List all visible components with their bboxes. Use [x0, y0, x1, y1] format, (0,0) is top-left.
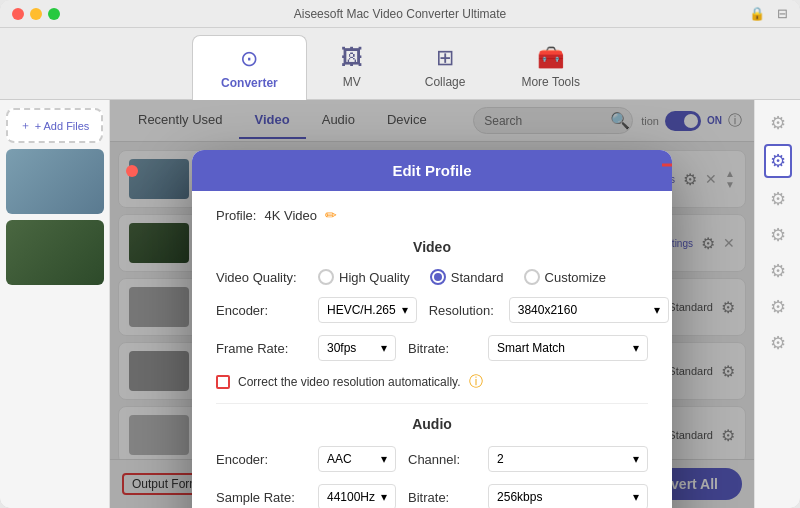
traffic-lights	[12, 8, 60, 20]
titlebar: Aiseesoft Mac Video Converter Ultimate 🔒…	[0, 0, 800, 28]
radio-standard[interactable]	[430, 269, 446, 285]
edit-icon[interactable]: ✏	[325, 207, 337, 223]
right-panel: ⚙ ⚙ ⚙ ⚙ ⚙ ⚙ ⚙	[754, 100, 800, 508]
gear-icon-4[interactable]: ⚙	[766, 220, 790, 250]
add-files-label: + Add Files	[35, 120, 90, 132]
tab-mv[interactable]: 🖼 MV	[307, 35, 397, 99]
resolution-label: Resolution:	[429, 303, 499, 318]
tab-collage[interactable]: ⊞ Collage	[397, 35, 494, 99]
quality-radio-group: High Quality Standard Customize	[318, 269, 606, 285]
resolution-select[interactable]: 3840x2160 ▾	[509, 297, 669, 323]
audio-section-title: Audio	[216, 416, 648, 432]
tab-more-tools[interactable]: 🧰 More Tools	[493, 35, 607, 99]
video-quality-label: Video Quality:	[216, 270, 306, 285]
quality-high-label: High Quality	[339, 270, 410, 285]
add-icon: ＋	[20, 118, 31, 133]
gear-icon-2[interactable]: ⚙	[764, 144, 792, 178]
gear-icon-7[interactable]: ⚙	[766, 328, 790, 358]
info-icon[interactable]: ⓘ	[469, 373, 483, 391]
nav-bar: ⊙ Converter 🖼 MV ⊞ Collage 🧰 More Tools	[0, 28, 800, 100]
quality-high[interactable]: High Quality	[318, 269, 410, 285]
add-files-button[interactable]: ＋ + Add Files	[6, 108, 103, 143]
thumbnail-2	[6, 220, 104, 285]
modal-body: Profile: 4K Video ✏ Video Video Quality:	[192, 191, 672, 508]
samplerate-value: 44100Hz	[327, 490, 375, 504]
mv-icon: 🖼	[341, 45, 363, 71]
encoder-label: Encoder:	[216, 303, 306, 318]
chevron-down-icon: ▾	[633, 490, 639, 504]
samplerate-select[interactable]: 44100Hz ▾	[318, 484, 396, 508]
channel-pair: Channel: 2 ▾	[408, 446, 648, 472]
tab-converter-label: Converter	[221, 76, 278, 90]
bitrate-select[interactable]: Smart Match ▾	[488, 335, 648, 361]
video-quality-row: Video Quality: High Quality Standard	[216, 269, 648, 285]
channel-select[interactable]: 2 ▾	[488, 446, 648, 472]
profile-value: 4K Video	[264, 208, 317, 223]
quality-customize-label: Customize	[545, 270, 606, 285]
audio-encoder-label: Encoder:	[216, 452, 306, 467]
resolution-pair: Resolution: 3840x2160 ▾	[429, 297, 669, 323]
app-title: Aiseesoft Mac Video Converter Ultimate	[294, 7, 507, 21]
samplerate-bitrate-row: Sample Rate: 44100Hz ▾ Bitrate: 256kbps …	[216, 484, 648, 508]
chevron-down-icon: ▾	[381, 452, 387, 466]
bitrate-value: Smart Match	[497, 341, 565, 355]
gear-icon-5[interactable]: ⚙	[766, 256, 790, 286]
resolution-value: 3840x2160	[518, 303, 577, 317]
quality-standard[interactable]: Standard	[430, 269, 504, 285]
thumbnail-1	[6, 149, 104, 214]
close-button[interactable]	[12, 8, 24, 20]
tab-more-tools-label: More Tools	[521, 75, 579, 89]
chevron-down-icon: ▾	[381, 341, 387, 355]
encoder-resolution-row: Encoder: HEVC/H.265 ▾ Resolution: 3840x2…	[216, 297, 648, 323]
audio-encoder-select[interactable]: AAC ▾	[318, 446, 396, 472]
edit-profile-modal: Edit Profile Profile: 4K Video ✏ Video	[192, 150, 672, 508]
sidebar-icon[interactable]: ⊟	[777, 6, 788, 21]
profile-row: Profile: 4K Video ✏	[216, 207, 648, 223]
chevron-down-icon: ▾	[654, 303, 660, 317]
tab-converter[interactable]: ⊙ Converter	[192, 35, 307, 100]
gear-icon-6[interactable]: ⚙	[766, 292, 790, 322]
tab-mv-label: MV	[343, 75, 361, 89]
samplerate-label: Sample Rate:	[216, 490, 306, 505]
gear-icon-3[interactable]: ⚙	[766, 184, 790, 214]
main-panel: Recently Used Video Audio Device 🔍 tion	[110, 100, 754, 508]
audio-bitrate-value: 256kbps	[497, 490, 542, 504]
chevron-down-icon: ▾	[633, 452, 639, 466]
content-area: ＋ + Add Files Recently Used Video Audio	[0, 100, 800, 508]
framerate-select[interactable]: 30fps ▾	[318, 335, 396, 361]
bitrate-pair: Bitrate: Smart Match ▾	[408, 335, 648, 361]
framerate-value: 30fps	[327, 341, 356, 355]
minimize-button[interactable]	[30, 8, 42, 20]
left-sidebar: ＋ + Add Files	[0, 100, 110, 508]
audio-bitrate-pair: Bitrate: 256kbps ▾	[408, 484, 648, 508]
profile-label: Profile:	[216, 208, 256, 223]
video-section-title: Video	[216, 239, 648, 255]
more-tools-icon: 🧰	[537, 45, 564, 71]
framerate-label: Frame Rate:	[216, 341, 306, 356]
encoder-select[interactable]: HEVC/H.265 ▾	[318, 297, 417, 323]
divider	[216, 403, 648, 404]
collage-icon: ⊞	[436, 45, 454, 71]
lock-icon[interactable]: 🔒	[749, 6, 765, 21]
red-arrow-icon	[662, 150, 672, 190]
checkbox-row: Correct the video resolution automatical…	[216, 373, 648, 391]
framerate-bitrate-row: Frame Rate: 30fps ▾ Bitrate: Smart Match…	[216, 335, 648, 361]
chevron-down-icon: ▾	[381, 490, 387, 504]
correct-resolution-checkbox[interactable]	[216, 375, 230, 389]
correct-resolution-label: Correct the video resolution automatical…	[238, 375, 461, 389]
gear-icon-1[interactable]: ⚙	[766, 108, 790, 138]
radio-high[interactable]	[318, 269, 334, 285]
radio-customize[interactable]	[524, 269, 540, 285]
chevron-down-icon: ▾	[402, 303, 408, 317]
tab-collage-label: Collage	[425, 75, 466, 89]
audio-bitrate-label: Bitrate:	[408, 490, 478, 505]
bitrate-label: Bitrate:	[408, 341, 478, 356]
channel-label: Channel:	[408, 452, 478, 467]
app-window: Aiseesoft Mac Video Converter Ultimate 🔒…	[0, 0, 800, 508]
modal-header: Edit Profile	[192, 150, 672, 191]
channel-value: 2	[497, 452, 504, 466]
quality-customize[interactable]: Customize	[524, 269, 606, 285]
fullscreen-button[interactable]	[48, 8, 60, 20]
encoder-value: HEVC/H.265	[327, 303, 396, 317]
audio-bitrate-select[interactable]: 256kbps ▾	[488, 484, 648, 508]
